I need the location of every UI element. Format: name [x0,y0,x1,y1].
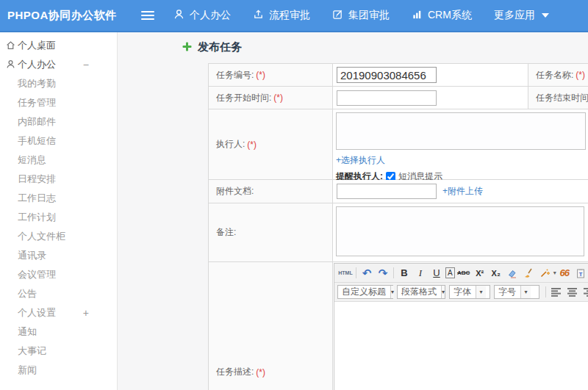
sidebar-item-personal-desktop[interactable]: 个人桌面 [0,36,117,55]
align-right-icon[interactable] [581,285,588,300]
nav-label: 更多应用 [494,9,535,22]
sidebar-item-task-management[interactable]: 任务管理 [0,93,117,112]
select-executor-link[interactable]: +选择执行人 [336,155,385,165]
rich-text-editor: HTML ↶ ↷ B I U A ABC X² X₂ [334,263,588,390]
nav-label: 流程审批 [269,9,310,22]
sidebar-item-sms[interactable]: 手机短信 [0,131,117,151]
menu-toggle-icon[interactable] [141,9,154,22]
redo-button[interactable]: ↷ [376,266,390,281]
attachment-input[interactable] [337,184,437,199]
end-time-label: 任务结束时间:(*) [528,87,588,109]
attachment-cell: +附件上传 [333,180,588,203]
chevron-down-icon: ▾ [520,286,531,298]
chevron-down-icon: ▾ [476,286,486,298]
sidebar-item-schedule[interactable]: 日程安排 [0,170,117,189]
sidebar-item-work-plan[interactable]: 工作计划 [0,208,117,227]
flow-approval-icon [253,9,264,22]
nav-item-group-approval[interactable]: 集团审批 [332,9,390,22]
superscript-button[interactable]: X² [473,266,487,281]
sidebar-item-internal-mail[interactable]: 内部邮件 [0,112,117,131]
nav-item-personal-office[interactable]: 个人办公 [173,9,231,22]
executor-textarea[interactable] [336,112,586,150]
nav-label: CRM系统 [428,9,472,22]
plus-icon [182,41,192,54]
remark-label: 备注: [209,203,333,262]
font-style-button[interactable]: A [445,267,455,278]
task-name-label: 任务名称:(*) [528,64,588,87]
remark-textarea[interactable] [336,206,584,256]
executor-cell: +选择执行人 提醒执行人: 短消息提示 [333,109,588,180]
sidebar-item-notification[interactable]: 通知 [0,322,117,342]
page-title: 发布任务 [182,40,242,54]
editor-toolbar-row2: 自定义标题 ▾ 段落格式 ▾ 字体 ▾ 字号 ▾ [334,283,588,302]
remark-cell [333,203,588,262]
start-time-label: 任务开始时间:(*) [209,87,333,109]
undo-button[interactable]: ↶ [359,266,374,281]
sidebar-item-short-message[interactable]: 短消息 [0,151,117,170]
svg-text:T: T [578,271,582,278]
sidebar-item-my-attendance[interactable]: 我的考勤 [0,74,117,93]
edit-square-icon [332,9,343,22]
user-icon [173,9,184,22]
custom-title-select[interactable]: 自定义标题 ▾ [337,285,393,299]
quick-format-wand-icon[interactable] [537,266,552,281]
nav-item-crm[interactable]: CRM系统 [412,9,472,22]
task-number-input[interactable] [337,67,437,83]
sidebar-item-work-log[interactable]: 工作日志 [0,189,117,208]
font-family-select[interactable]: 字体 ▾ [449,285,490,299]
bar-chart-icon [412,9,423,22]
sidebar-item-personal-settings[interactable]: 个人设置 + [0,303,117,322]
sidebar: 个人桌面 个人办公 − 我的考勤 任务管理 内部邮件 手机短信 短消息 日程安排… [0,32,118,390]
sidebar-item-contacts[interactable]: 通讯录 [0,246,117,265]
collapse-icon[interactable]: − [83,55,89,74]
executor-label: 执行人:(*) [209,109,333,180]
attachment-upload-link[interactable]: +附件上传 [442,185,483,198]
chevron-down-icon: ▾ [441,286,445,298]
main-content: 发布任务 任务编号:(*) 任务名称:(*) 任务开始时间:(*) 任务结束时间… [118,32,588,390]
paragraph-format-select[interactable]: 段落格式 ▾ [397,285,445,299]
sidebar-item-memorabilia[interactable]: 大事记 [0,342,117,361]
start-time-cell [333,87,528,109]
app-logo: PHPOA协同办公软件 [0,9,118,23]
start-time-input[interactable] [337,90,437,106]
format-brush-icon[interactable] [521,266,536,281]
italic-button[interactable]: I [413,266,428,281]
blockquote-button[interactable]: 66 [557,266,572,281]
remove-format-eraser-icon[interactable] [505,266,520,281]
nav-item-more-apps[interactable]: 更多应用 [494,9,549,22]
editor-toolbar-row1: HTML ↶ ↷ B I U A ABC X² X₂ [334,264,588,283]
align-left-icon[interactable] [549,285,564,300]
paste-as-text-icon[interactable]: T [573,266,588,281]
bold-button[interactable]: B [397,266,412,281]
chevron-down-icon: ▾ [390,286,394,298]
sidebar-item-meeting-management[interactable]: 会议管理 [0,265,117,284]
task-description-cell: HTML ↶ ↷ B I U A ABC X² X₂ [333,262,588,390]
nav-label: 个人办公 [190,9,231,22]
nav-item-flow-approval[interactable]: 流程审批 [253,9,310,22]
nav-label: 集团审批 [348,9,390,22]
task-number-label: 任务编号:(*) [209,64,333,87]
expand-icon[interactable]: + [83,303,89,322]
attachment-label: 附件文档: [209,180,333,203]
font-size-select[interactable]: 字号 ▾ [494,285,539,299]
main-nav: 个人办公 流程审批 集团审批 CRM系统 更多应用 [173,9,571,22]
sidebar-item-announcement[interactable]: 公告 [0,284,117,303]
align-center-icon[interactable] [565,285,580,300]
sidebar-item-file-cabinet[interactable]: 个人文件柜 [0,227,117,246]
subscript-button[interactable]: X₂ [489,266,503,281]
task-number-cell [333,64,528,87]
task-description-label: 任务描述:(*) [209,262,333,390]
wand-caret-icon[interactable]: ▾ [553,270,556,276]
underline-button[interactable]: U [429,266,444,281]
strikethrough-button[interactable]: ABC [456,266,471,281]
sidebar-item-personal-office[interactable]: 个人办公 − [0,55,117,74]
sidebar-item-news[interactable]: 新闻 [0,361,117,380]
topbar: PHPOA协同办公软件 个人办公 流程审批 集团审批 CRM系统 [0,0,588,32]
publish-task-form: 任务编号:(*) 任务名称:(*) 任务开始时间:(*) 任务结束时间:(*) … [208,63,588,390]
caret-down-icon [542,13,549,18]
editor-content-area[interactable] [334,302,588,390]
source-code-button[interactable]: HTML [338,266,353,281]
